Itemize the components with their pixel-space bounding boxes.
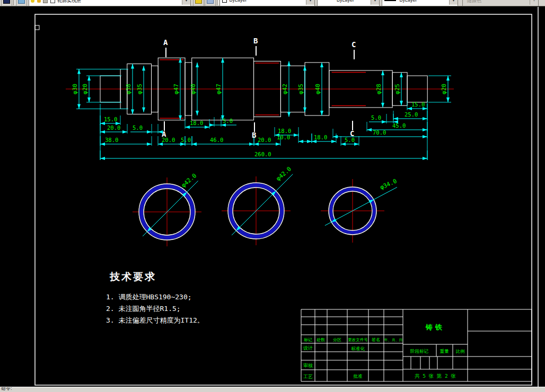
command-line-bar[interactable]: 命令: <box>0 387 545 392</box>
dim-arrow <box>249 142 254 146</box>
layer-manager-button[interactable] <box>16 0 27 6</box>
chevron-down-icon[interactable]: ▼ <box>449 0 458 5</box>
dim-arrow <box>87 76 91 81</box>
dim-arrow <box>87 97 91 102</box>
dimension-label: 5.0 <box>181 137 191 143</box>
section-diameter-label: φ42.0 <box>180 172 198 189</box>
command-prompt-text: 命令: <box>1 387 12 392</box>
dim-arrow <box>179 115 182 120</box>
color-dropdown[interactable]: ByLayer ▼ <box>219 0 315 6</box>
dim-arrow <box>179 58 182 63</box>
app-icon-button[interactable] <box>1 0 12 6</box>
plot-style-dropdown: 随颜色 ▼ <box>462 0 539 6</box>
dimension-label: 18.0 <box>278 128 291 134</box>
current-linetype: ByLayer <box>337 0 354 3</box>
title-header-cell: 处数 <box>317 337 325 342</box>
dim-arrow <box>333 135 338 138</box>
application-window: 轮廓实线层 ▼ ByLayer ▼ ByLayer ▼ ByLayer <box>0 0 545 392</box>
chevron-down-icon[interactable]: ▼ <box>182 0 190 5</box>
title-header-cell: 年、月、日 <box>384 338 403 342</box>
dimension-label: 25.0 <box>405 111 418 118</box>
dim-arrow <box>77 69 81 74</box>
chevron-down-icon: ▼ <box>530 0 538 5</box>
drawing-frame <box>35 7 538 387</box>
dimension-label: 20.0 <box>107 124 120 131</box>
diameter-label: φ20 <box>441 84 447 94</box>
layer-color-swatch <box>50 0 55 3</box>
dim-arrow <box>77 104 81 109</box>
dimension-label: 5.0 <box>133 124 143 131</box>
chevron-down-icon[interactable]: ▼ <box>306 0 314 5</box>
dim-arrow <box>185 126 190 129</box>
dim-arrow <box>354 142 359 146</box>
linear-dimensions: 15.020.05.038.020.05.046.020.018.05.018.… <box>100 101 427 160</box>
diameter-label: φ35 <box>136 84 143 94</box>
dim-arrow <box>307 140 312 143</box>
dimension-label: 20.0 <box>258 137 271 143</box>
dim-arrow <box>381 70 384 75</box>
layer-previous-button[interactable] <box>205 0 216 6</box>
tech-req-line: 1. 调质处理HBS190~230; <box>106 293 192 301</box>
title-cell-audit: 审核 <box>303 363 313 368</box>
dim-arrow <box>294 133 298 137</box>
dim-arrow <box>367 128 372 131</box>
dim-arrow <box>423 128 427 131</box>
section-letter: C <box>350 129 354 138</box>
diameter-label: φ40 <box>314 84 321 94</box>
section-letter: B <box>253 37 258 45</box>
color-swatch-icon <box>222 0 227 3</box>
dim-arrow <box>196 111 199 115</box>
dim-arrow <box>147 142 152 146</box>
dimension-label: 15.0 <box>104 116 117 122</box>
dimension-label: 10.0 <box>277 134 290 140</box>
dimension-label: 260.0 <box>254 151 271 157</box>
tech-req-title: 技术要求 <box>109 271 156 282</box>
diameter-label: φ25 <box>394 84 401 94</box>
dimension-label: 70.0 <box>373 129 386 136</box>
dimension-label: 46.0 <box>210 137 223 143</box>
diameter-label: φ42 <box>282 84 288 94</box>
dim-arrow <box>303 66 306 70</box>
section-letter: C <box>351 40 356 49</box>
layer-lock-icon[interactable] <box>43 0 48 3</box>
dim-arrow <box>303 108 306 112</box>
section-letter: B <box>252 131 256 139</box>
linetype-dropdown[interactable]: ByLayer ▼ <box>317 0 380 6</box>
current-plot-style: 随颜色 <box>467 0 481 4</box>
dim-arrow <box>131 64 134 69</box>
title-header-cell: 分区 <box>333 337 341 342</box>
model-space-canvas[interactable]: φ30φ20φ38φ35φ47φ40φ47φ42φ35φ40φ28φ25φ201… <box>0 6 545 387</box>
dim-arrow <box>287 112 291 117</box>
dimension-label: 15.0 <box>411 101 425 108</box>
cad-drawing: φ30φ20φ38φ35φ47φ40φ47φ42φ35φ40φ28φ25φ201… <box>0 6 545 387</box>
dim-arrow <box>400 101 403 105</box>
dimension-label: 18.0 <box>190 120 203 126</box>
layer-on-bulb-icon[interactable] <box>31 0 34 3</box>
diameter-label: φ47 <box>173 84 180 94</box>
dimension-label: 18.0 <box>314 134 327 140</box>
title-block: 标记处数分区更改文件号签名年、月、日设计标准化审核工艺批准铸铁阶段标记重量比例共… <box>301 309 532 381</box>
layer-current-icon <box>195 0 202 4</box>
diameter-label: φ40 <box>190 84 197 94</box>
dim-arrow <box>320 63 323 67</box>
dim-arrow <box>393 117 398 120</box>
diameter-label: φ35 <box>297 84 304 94</box>
dim-arrow <box>423 117 427 120</box>
layer-freeze-sun-icon[interactable] <box>37 0 41 3</box>
dimension-label: 5.0 <box>371 114 381 121</box>
title-header-cell: 标记 <box>304 337 312 342</box>
lineweight-dropdown[interactable]: ByLayer ▼ <box>382 0 458 6</box>
chevron-down-icon[interactable]: ▼ <box>371 0 379 5</box>
title-cell-process: 工艺 <box>303 374 313 379</box>
dim-arrow <box>100 157 105 160</box>
dim-arrow <box>381 103 384 108</box>
diameter-label: φ28 <box>375 84 382 94</box>
section-letter: A <box>162 130 166 138</box>
layer-dropdown[interactable]: 轮廓实线层 ▼ <box>29 0 191 6</box>
diameter-label: φ47 <box>215 84 222 94</box>
current-layer-name: 轮廓实线层 <box>57 0 81 3</box>
make-object-layer-current-button[interactable] <box>193 0 204 6</box>
dim-arrow <box>122 130 127 133</box>
dim-arrow <box>100 130 105 133</box>
title-cell-weight: 重量 <box>440 349 450 354</box>
